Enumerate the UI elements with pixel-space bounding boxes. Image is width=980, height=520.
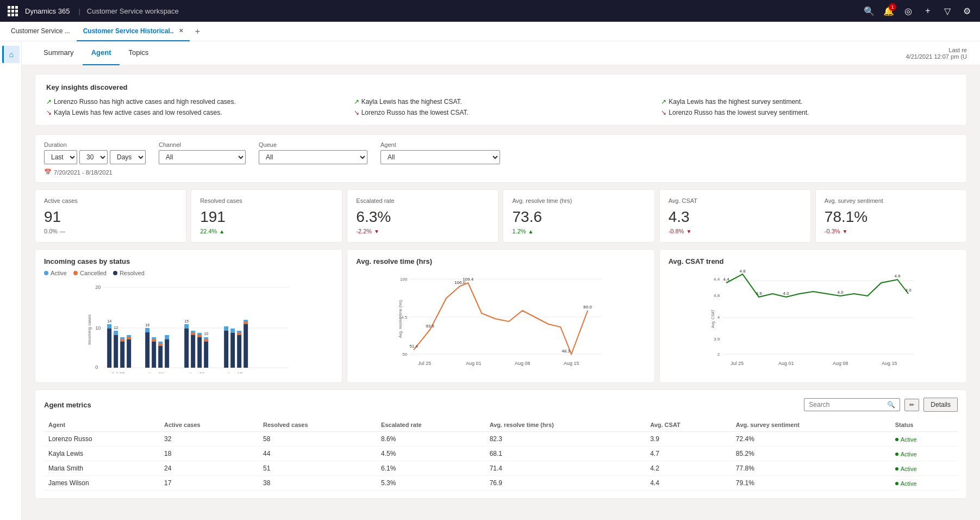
agent-resolve-time: 82.3 bbox=[485, 432, 646, 447]
kpi-resolved-cases-change-val: 22.4% bbox=[200, 228, 217, 234]
tab-customer-service-label: Customer Service ... bbox=[11, 27, 70, 35]
svg-rect-24 bbox=[152, 339, 156, 342]
tab-close-icon[interactable]: ✕ bbox=[179, 28, 183, 34]
svg-rect-27 bbox=[158, 344, 163, 346]
agent-status: Active bbox=[891, 476, 958, 491]
incoming-cases-legend: Active Cancelled Resolved bbox=[44, 270, 333, 276]
kpi-avg-csat-change-val: -0.8% bbox=[669, 228, 684, 234]
waffle-menu[interactable] bbox=[4, 3, 21, 19]
tab-historical[interactable]: Customer Service Historical.. ✕ bbox=[77, 22, 190, 41]
agent-resolved: 38 bbox=[259, 476, 377, 491]
svg-text:109.4: 109.4 bbox=[463, 277, 474, 282]
svg-rect-8 bbox=[107, 324, 111, 329]
agent-select[interactable]: All bbox=[380, 150, 500, 164]
content-area: Key insights discovered Lorenzo Russo ha… bbox=[22, 65, 980, 507]
duration-unit-select[interactable]: Days bbox=[110, 150, 146, 164]
svg-text:Jul 25: Jul 25 bbox=[418, 361, 431, 366]
tab-agent[interactable]: Agent bbox=[83, 41, 120, 65]
sidebar-home-btn[interactable]: ⌂ bbox=[2, 46, 20, 63]
agent-name: James Wilson bbox=[44, 476, 160, 491]
tab-topics[interactable]: Topics bbox=[120, 41, 157, 65]
svg-text:2: 2 bbox=[717, 352, 720, 357]
kpi-escalated-rate-change-val: -2.2% bbox=[356, 228, 372, 234]
workspace-name: Customer Service workspace bbox=[87, 7, 179, 15]
svg-rect-47 bbox=[237, 335, 241, 368]
avg-resolve-chart: Avg. resolve time (hrs) 100 74.5 50 bbox=[347, 249, 654, 383]
agent-metrics-title: Agent metrics bbox=[44, 401, 91, 409]
search-icon: 🔍 bbox=[887, 401, 895, 408]
agent-status: Active bbox=[891, 432, 958, 447]
add-btn[interactable]: + bbox=[919, 2, 937, 20]
svg-rect-29 bbox=[165, 335, 169, 339]
kpi-escalated-rate: Escalated rate 6.3% -2.2% ▼ bbox=[347, 189, 498, 243]
insight-item-6: Lorenzo Russo has the lowest survey sent… bbox=[661, 109, 956, 116]
kpi-escalated-rate-title: Escalated rate bbox=[356, 197, 489, 204]
tab-topics-label: Topics bbox=[128, 48, 148, 57]
agent-search-input[interactable] bbox=[809, 401, 885, 408]
notifications-btn[interactable]: 🔔1 bbox=[880, 2, 897, 20]
svg-text:10: 10 bbox=[95, 325, 101, 331]
svg-rect-11 bbox=[114, 331, 118, 335]
table-row: Maria Smith 24 51 6.1% 71.4 4.2 77.8% Ac… bbox=[44, 461, 958, 476]
queue-select[interactable]: All bbox=[259, 150, 367, 164]
kpi-avg-resolve-arrow: ▲ bbox=[528, 228, 534, 234]
kpi-row: Active cases 91 0.0% — Resolved cases 19… bbox=[35, 189, 967, 243]
kpi-avg-csat-arrow: ▼ bbox=[686, 228, 691, 234]
filter-channel: Channel All bbox=[159, 141, 246, 164]
duration-type-select[interactable]: Last bbox=[44, 150, 77, 164]
avg-csat-chart-area: 4.4 4.8 4 3.9 2 Avg. CSAT bbox=[669, 270, 958, 372]
duration-inline: Last 30 Days bbox=[44, 150, 146, 164]
duration-value-select[interactable]: 30 bbox=[79, 150, 108, 164]
svg-rect-38 bbox=[197, 335, 202, 337]
tab-customer-service[interactable]: Customer Service ... bbox=[4, 22, 77, 41]
svg-text:80.0: 80.0 bbox=[584, 305, 592, 309]
svg-rect-39 bbox=[204, 342, 208, 368]
table-row: Kayla Lewis 18 44 4.5% 68.1 4.7 85.2% Ac… bbox=[44, 447, 958, 461]
filter-icon-btn[interactable]: ▽ bbox=[939, 2, 956, 20]
svg-rect-18 bbox=[127, 337, 131, 339]
svg-text:4.4: 4.4 bbox=[723, 277, 729, 282]
tab-add-btn[interactable]: + bbox=[190, 24, 205, 39]
col-resolve-time: Avg. resolve time (hrs) bbox=[485, 418, 646, 432]
svg-text:4.8: 4.8 bbox=[714, 293, 720, 298]
agent-sentiment: 85.2% bbox=[732, 447, 891, 461]
kpi-active-cases-change: 0.0% — bbox=[44, 228, 177, 234]
details-button[interactable]: Details bbox=[923, 398, 958, 412]
kpi-avg-resolve-time: Avg. resolve time (hrs) 73.6 1.2% ▲ bbox=[503, 189, 654, 243]
svg-text:14: 14 bbox=[107, 319, 111, 323]
target-icon-btn[interactable]: ◎ bbox=[900, 2, 917, 20]
channel-select[interactable]: All bbox=[159, 150, 246, 164]
kpi-active-cases-title: Active cases bbox=[44, 197, 177, 204]
filter-controls: Duration Last 30 Days bbox=[44, 141, 958, 164]
svg-text:100: 100 bbox=[400, 277, 408, 282]
charts-row: Incoming cases by status Active Cancelle… bbox=[35, 249, 967, 383]
insight-item-5: Kayla Lewis has the highest survey senti… bbox=[661, 98, 956, 106]
svg-text:12: 12 bbox=[114, 326, 118, 330]
tab-summary[interactable]: Summary bbox=[35, 41, 83, 65]
agent-escalated: 6.1% bbox=[377, 461, 485, 476]
svg-text:51.4: 51.4 bbox=[410, 344, 419, 349]
svg-rect-41 bbox=[204, 339, 208, 342]
svg-text:3.9: 3.9 bbox=[714, 337, 720, 342]
insights-card: Key insights discovered Lorenzo Russo ha… bbox=[35, 74, 967, 126]
svg-text:Aug 08: Aug 08 bbox=[189, 372, 205, 373]
top-nav: Dynamics 365 | Customer Service workspac… bbox=[0, 0, 980, 22]
agent-table-head: Agent Active cases Resolved cases Escala… bbox=[44, 418, 958, 432]
insight-text-2: Kayla Lewis has few active cases and low… bbox=[54, 109, 222, 116]
settings-icon-btn[interactable]: ⚙ bbox=[958, 2, 976, 20]
edit-columns-btn[interactable]: ✏ bbox=[904, 399, 919, 411]
agent-csat: 4.2 bbox=[646, 461, 732, 476]
channel-label: Channel bbox=[159, 141, 246, 148]
agent-name: Lorenzo Russo bbox=[44, 432, 160, 447]
svg-text:48.3: 48.3 bbox=[562, 349, 571, 354]
col-status: Status bbox=[891, 418, 958, 432]
agent-filter-label: Agent bbox=[380, 141, 500, 148]
agent-search-box[interactable]: 🔍 bbox=[804, 398, 900, 411]
svg-text:Aug 01: Aug 01 bbox=[778, 361, 794, 366]
incoming-cases-chart-area: 20 10 0 Incoming cases bbox=[44, 281, 333, 375]
svg-rect-16 bbox=[127, 339, 131, 368]
svg-text:16: 16 bbox=[145, 323, 149, 327]
search-icon-btn[interactable]: 🔍 bbox=[860, 2, 878, 20]
date-range: 📅 7/20/2021 - 8/18/2021 bbox=[44, 169, 958, 176]
svg-text:Aug 01: Aug 01 bbox=[148, 372, 164, 373]
